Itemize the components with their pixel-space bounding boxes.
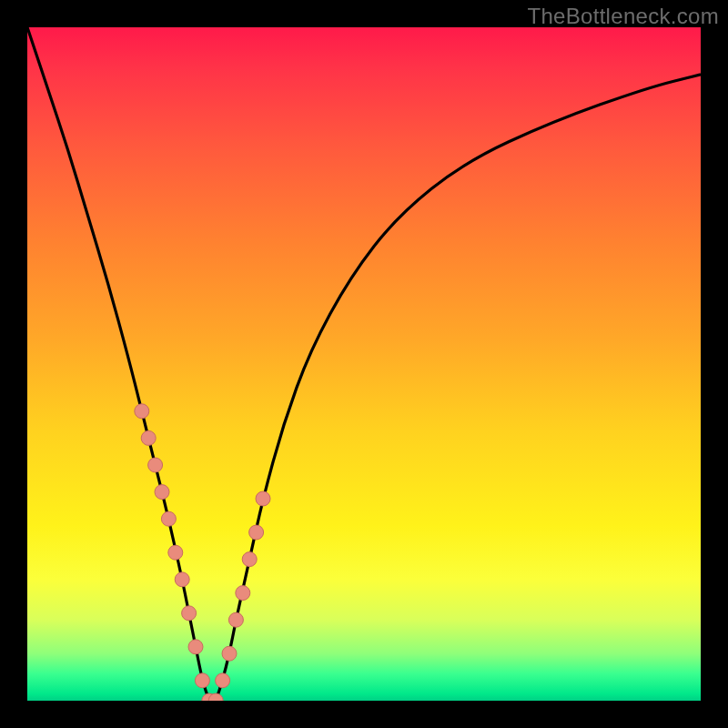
- scatter-dot: [236, 586, 250, 601]
- scatter-dot: [141, 430, 156, 445]
- scatter-dot: [249, 525, 264, 540]
- scatter-dot: [148, 458, 163, 472]
- scatter-dot: [222, 646, 237, 661]
- chart-frame: TheBottleneck.com: [0, 0, 728, 728]
- scatter-dot: [155, 485, 169, 500]
- scatter-dot: [175, 572, 189, 587]
- scatter-dots: [135, 404, 270, 701]
- scatter-dot: [135, 404, 149, 419]
- watermark-text: TheBottleneck.com: [527, 4, 719, 29]
- scatter-dot: [242, 552, 257, 567]
- scatter-dot: [216, 673, 230, 688]
- scatter-dot: [228, 612, 243, 627]
- scatter-dot: [256, 491, 270, 506]
- bottleneck-curve: [27, 27, 701, 701]
- plot-area: [27, 27, 701, 701]
- scatter-dot: [188, 640, 203, 654]
- scatter-dot: [161, 511, 176, 526]
- scatter-dot: [195, 673, 209, 688]
- scatter-dot: [168, 545, 183, 560]
- curve-path: [27, 27, 701, 701]
- scatter-dot: [182, 606, 197, 621]
